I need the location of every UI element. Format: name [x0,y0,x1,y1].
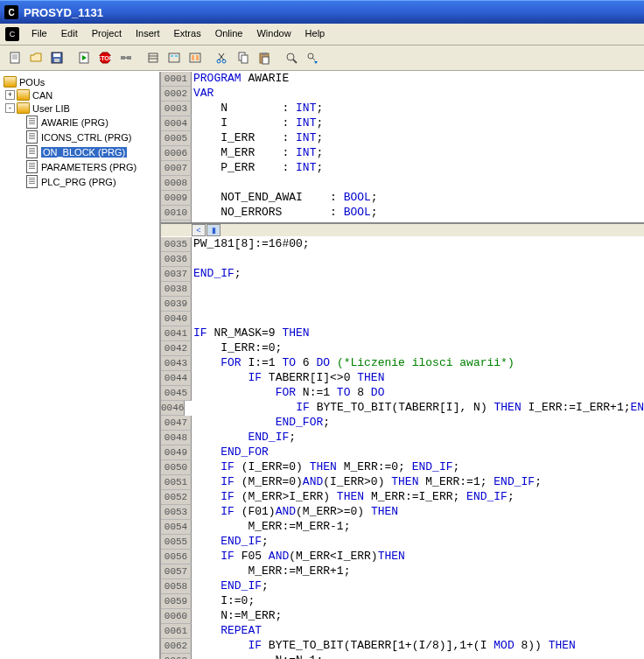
code-line[interactable]: 0062 IF BYTE_TO_BIT(TABERR[1+(I/8)],1+(I… [161,639,644,654]
menu-online[interactable]: Online [208,25,250,43]
line-content[interactable]: END_IF; [192,267,644,282]
code-declarations[interactable]: 0001PROGRAM AWARIE0002VAR0003 N : INT;00… [161,72,644,222]
sys-menu-icon[interactable]: C [5,27,19,41]
code-line[interactable]: 0040 [161,312,644,326]
line-content[interactable] [192,176,644,191]
tree-item[interactable]: ICONS_CTRL (PRG) [2,130,158,144]
menu-extras[interactable]: Extras [166,25,207,43]
line-content[interactable]: M_ERR:=M_ERR+1; [192,564,644,579]
line-content[interactable]: END_IF; [192,579,644,594]
line-content[interactable]: N:=N-1; [192,654,644,659]
line-content[interactable]: M_ERR:=M_ERR-1; [192,520,644,535]
line-content[interactable] [192,252,644,267]
line-content[interactable]: I_ERR : INT; [192,131,644,146]
menu-window[interactable]: Window [249,25,298,43]
scroll-left-icon[interactable]: < [192,224,206,236]
expand-icon[interactable]: + [5,90,15,100]
code-line[interactable]: 0054 M_ERR:=M_ERR-1; [161,520,644,535]
editor-splitter[interactable]: < ▮ [161,222,644,237]
code-line[interactable]: 0041IF NR_MASK=9 THEN [161,326,644,341]
line-content[interactable]: P_ERR : INT; [192,161,644,176]
line-content[interactable]: END_IF; [192,431,644,445]
line-content[interactable]: IF BYTE_TO_BIT(TABERR[I], N) THEN I_ERR:… [185,401,644,416]
code-line[interactable]: 0059 I:=0; [161,594,644,609]
connect-button[interactable] [116,48,136,67]
code-line[interactable]: 0057 M_ERR:=M_ERR+1; [161,564,644,579]
tree-root[interactable]: POUs [2,75,158,88]
code-line[interactable]: 0007 P_ERR : INT; [161,161,644,176]
tool-3[interactable] [185,48,205,67]
code-line[interactable]: 0060 N:=M_ERR; [161,609,644,624]
line-content[interactable] [192,297,644,312]
tree-item[interactable]: PARAMETERS (PRG) [2,159,158,174]
menu-insert[interactable]: Insert [129,25,167,43]
tree-folder-can[interactable]: + CAN [2,88,158,102]
save-button[interactable] [46,48,66,67]
paste-button[interactable] [254,48,274,67]
code-line[interactable]: 0050 IF (I_ERR=0) THEN M_ERR:=0; END_IF; [161,460,644,475]
tool-2[interactable] [164,48,184,67]
line-content[interactable]: VAR [192,87,644,102]
code-line[interactable]: 0039 [161,297,644,312]
line-content[interactable]: REPEAT [192,624,644,639]
line-content[interactable]: PROGRAM AWARIE [192,72,644,87]
tool-1[interactable] [143,48,163,67]
stop-button[interactable]: STOP [94,48,115,67]
tree-item[interactable]: PLC_PRG (PRG) [2,174,158,189]
code-line[interactable]: 0038 [161,282,644,297]
code-line[interactable]: 0048 END_IF; [161,431,644,445]
code-line[interactable]: 0005 I_ERR : INT; [161,131,644,146]
find-next-button[interactable] [302,48,322,67]
code-line[interactable]: 0006 M_ERR : INT; [161,146,644,161]
code-body[interactable]: 0035PW_181[8]:=16#00;00360037END_IF;0038… [161,237,644,659]
line-content[interactable]: IF NR_MASK=9 THEN [192,326,644,341]
line-content[interactable]: I:=0; [192,594,644,609]
code-line[interactable]: 0010 NO_ERRORS : BOOL; [161,206,644,221]
project-tree[interactable]: POUs + CAN - User LIB AWARIE (PRG)ICONS_… [0,72,161,659]
code-line[interactable]: 0045 FOR N:=1 TO 8 DO [161,386,644,401]
cut-button[interactable] [212,48,232,67]
line-content[interactable]: IF (F01)AND(M_ERR>=0) THEN [192,505,644,520]
code-line[interactable]: 0044 IF TABERR[I]<>0 THEN [161,371,644,386]
line-content[interactable]: N : INT; [192,102,644,116]
tree-item[interactable]: ON_BLOCK (PRG) [2,144,158,159]
tree-item[interactable]: AWARIE (PRG) [2,115,158,130]
line-content[interactable]: NOT_END_AWAI : BOOL; [192,191,644,206]
code-line[interactable]: 0001PROGRAM AWARIE [161,72,644,87]
run-button[interactable] [74,48,94,67]
code-line[interactable]: 0058 END_IF; [161,579,644,594]
line-content[interactable]: IF (I_ERR=0) THEN M_ERR:=0; END_IF; [192,460,644,475]
line-content[interactable]: M_ERR : INT; [192,146,644,161]
line-content[interactable]: PW_181[8]:=16#00; [192,237,644,252]
line-content[interactable] [192,312,644,326]
code-line[interactable]: 0046 IF BYTE_TO_BIT(TABERR[I], N) THEN I… [161,401,644,416]
menu-help[interactable]: Help [298,25,332,43]
line-content[interactable]: IF TABERR[I]<>0 THEN [192,371,644,386]
code-line[interactable]: 0042 I_ERR:=0; [161,341,644,356]
open-button[interactable] [25,48,46,67]
code-line[interactable]: 0036 [161,252,644,267]
line-content[interactable]: N:=M_ERR; [192,609,644,624]
new-button[interactable] [4,48,24,67]
find-button[interactable] [281,48,301,67]
line-content[interactable]: END_IF; [192,535,644,550]
code-line[interactable]: 0002VAR [161,87,644,102]
line-content[interactable]: IF BYTE_TO_BIT(TABERR[1+(I/8)],1+(I MOD … [192,639,644,654]
line-content[interactable]: I_ERR:=0; [192,341,644,356]
code-line[interactable]: 0053 IF (F01)AND(M_ERR>=0) THEN [161,505,644,520]
collapse-icon[interactable]: - [5,103,15,113]
code-line[interactable]: 0003 N : INT; [161,102,644,116]
menu-project[interactable]: Project [85,25,129,43]
code-line[interactable]: 0063 N:=N-1; [161,654,644,659]
line-content[interactable]: FOR I:=1 TO 6 DO (*Liczenie ilosci awari… [192,356,644,371]
code-line[interactable]: 0055 END_IF; [161,535,644,550]
code-line[interactable]: 0008 [161,176,644,191]
line-content[interactable]: IF (M_ERR>I_ERR) THEN M_ERR:=I_ERR; END_… [192,490,644,505]
line-content[interactable]: NO_ERRORS : BOOL; [192,206,644,221]
menu-file[interactable]: File [24,25,54,43]
menu-edit[interactable]: Edit [54,25,85,43]
line-content[interactable]: END_FOR; [192,416,644,431]
code-line[interactable]: 0035PW_181[8]:=16#00; [161,237,644,252]
code-line[interactable]: 0049 END_FOR [161,445,644,460]
line-content[interactable]: IF F05 AND(M_ERR<I_ERR)THEN [192,550,644,564]
